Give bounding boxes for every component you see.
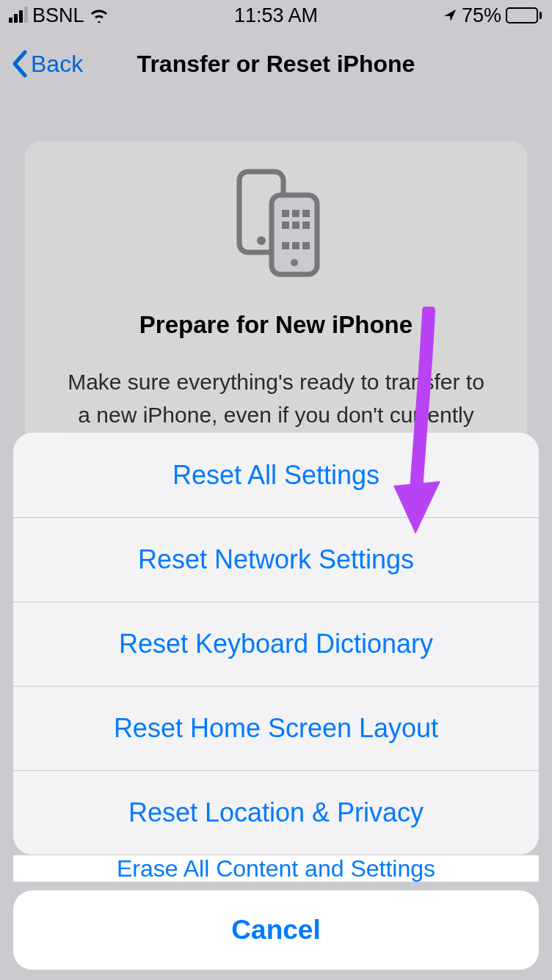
chevron-left-icon xyxy=(10,50,28,78)
reset-network-settings-button[interactable]: Reset Network Settings xyxy=(13,517,539,601)
action-sheet: Reset All Settings Reset Network Setting… xyxy=(13,433,539,970)
prepare-card: Prepare for New iPhone Make sure everyth… xyxy=(25,141,527,464)
wifi-icon xyxy=(89,8,109,23)
back-label: Back xyxy=(31,51,83,78)
back-button[interactable]: Back xyxy=(10,50,83,78)
svg-rect-11 xyxy=(292,242,299,249)
battery-icon xyxy=(506,7,542,23)
svg-rect-10 xyxy=(282,242,289,249)
svg-rect-6 xyxy=(302,210,310,217)
svg-rect-5 xyxy=(292,210,299,217)
cancel-button[interactable]: Cancel xyxy=(13,891,539,970)
reset-home-screen-layout-button[interactable]: Reset Home Screen Layout xyxy=(13,686,539,770)
battery-percent-label: 75% xyxy=(462,4,501,27)
svg-point-1 xyxy=(257,236,266,245)
svg-rect-4 xyxy=(282,210,289,217)
reset-location-privacy-button[interactable]: Reset Location & Privacy xyxy=(13,770,539,855)
svg-rect-8 xyxy=(292,222,299,229)
svg-rect-12 xyxy=(302,242,310,249)
svg-point-3 xyxy=(291,259,298,266)
svg-rect-9 xyxy=(302,222,310,229)
cellular-signal-icon xyxy=(9,8,28,23)
reset-keyboard-dictionary-button[interactable]: Reset Keyboard Dictionary xyxy=(13,601,539,686)
status-left: BSNL xyxy=(9,4,109,27)
transfer-phones-icon xyxy=(232,167,320,280)
svg-rect-7 xyxy=(282,222,289,229)
location-icon xyxy=(443,8,457,23)
card-title: Prepare for New iPhone xyxy=(59,311,493,339)
content-area: Prepare for New iPhone Make sure everyth… xyxy=(0,97,552,464)
nav-bar: Back Transfer or Reset iPhone xyxy=(0,31,552,97)
action-group: Reset All Settings Reset Network Setting… xyxy=(13,433,539,855)
reset-all-settings-button[interactable]: Reset All Settings xyxy=(13,433,539,517)
carrier-label: BSNL xyxy=(32,4,84,27)
status-bar: BSNL 11:53 AM 75% xyxy=(0,0,552,31)
status-right: 75% xyxy=(443,4,542,27)
erase-all-content-button[interactable]: Erase All Content and Settings xyxy=(13,855,539,882)
